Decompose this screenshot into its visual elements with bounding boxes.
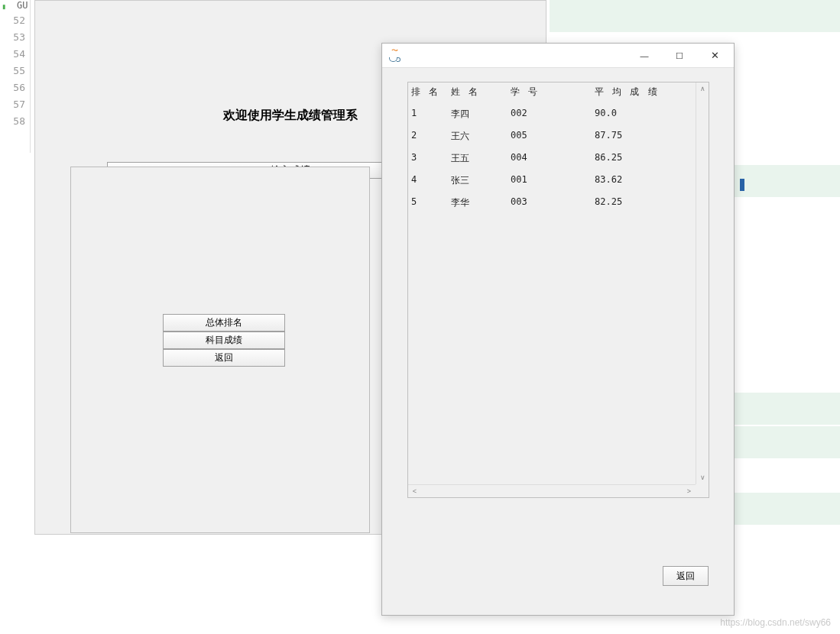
line-number: 56 — [0, 79, 25, 96]
cell-name: 张三 — [451, 174, 511, 187]
cell-id: 005 — [511, 130, 595, 143]
line-number: 55 — [0, 63, 25, 79]
vertical-scrollbar[interactable]: ∧ ∨ — [696, 82, 709, 484]
close-button[interactable]: ✕ — [697, 44, 732, 67]
line-number: 54 — [0, 46, 25, 63]
cell-id: 003 — [511, 196, 595, 209]
cell-avg: 87.75 — [595, 130, 689, 143]
header-avg: 平 均 成 绩 — [595, 86, 689, 99]
cell-rank: 3 — [411, 152, 451, 165]
java-icon: 〜 — [388, 47, 401, 64]
line-number: 58 — [0, 113, 25, 130]
cell-avg: 82.25 — [595, 196, 689, 209]
table-row: 4张三00183.62 — [408, 170, 696, 192]
cell-rank: 2 — [411, 130, 451, 143]
scroll-down-icon[interactable]: ∨ — [696, 471, 709, 484]
gutter-label: GU — [17, 0, 28, 11]
cell-id: 004 — [511, 152, 595, 165]
cell-name: 李华 — [451, 196, 511, 209]
line-number: 57 — [0, 96, 25, 113]
cell-rank: 4 — [411, 174, 451, 187]
header-name: 姓 名 — [451, 86, 511, 99]
run-gutter-icon: ▮ — [2, 2, 6, 11]
ranking-dialog: 〜 — ☐ ✕ 排 名 姓 名 学 号 平 均 成 绩 1李四00290.02王… — [381, 43, 735, 616]
line-number: 52 — [0, 12, 25, 29]
minimize-button[interactable]: — — [627, 44, 662, 67]
scroll-left-icon[interactable]: < — [408, 485, 421, 498]
table-row: 5李华00382.25 — [408, 192, 696, 214]
header-rank: 排 名 — [411, 86, 451, 99]
table-row: 1李四00290.0 — [408, 103, 696, 125]
edge-marker — [740, 179, 744, 191]
cell-avg: 83.62 — [595, 174, 689, 187]
scroll-corner — [696, 484, 709, 497]
scroll-pane: 排 名 姓 名 学 号 平 均 成 绩 1李四00290.02王六00587.7… — [407, 82, 709, 498]
back-button[interactable]: 返回 — [163, 349, 285, 367]
cell-rank: 1 — [411, 108, 451, 121]
horizontal-scrollbar[interactable]: < > — [408, 484, 696, 497]
dialog-back-button[interactable]: 返回 — [663, 566, 709, 586]
subject-grade-button[interactable]: 科目成绩 — [163, 332, 285, 349]
cell-name: 李四 — [451, 108, 511, 121]
cell-name: 王六 — [451, 130, 511, 143]
cell-name: 王五 — [451, 152, 511, 165]
header-id: 学 号 — [511, 86, 595, 99]
maximize-button[interactable]: ☐ — [662, 44, 697, 67]
menu-window: 总体排名 科目成绩 返回 — [70, 167, 370, 533]
table-row: 2王六00587.75 — [408, 125, 696, 147]
line-number: 53 — [0, 29, 25, 46]
cell-id: 001 — [511, 174, 595, 187]
ranking-table: 排 名 姓 名 学 号 平 均 成 绩 1李四00290.02王六00587.7… — [408, 82, 696, 484]
table-header: 排 名 姓 名 学 号 平 均 成 绩 — [408, 82, 696, 103]
editor-gutter: ▮ GU 52 53 54 55 56 57 58 — [0, 0, 31, 153]
table-row: 3王五00486.25 — [408, 147, 696, 170]
cell-avg: 90.0 — [595, 108, 689, 121]
dialog-titlebar[interactable]: 〜 — ☐ ✕ — [382, 44, 734, 68]
scroll-right-icon[interactable]: > — [683, 485, 696, 498]
watermark: https://blog.csdn.net/swy66 — [720, 617, 831, 628]
cell-avg: 86.25 — [595, 152, 689, 165]
cell-rank: 5 — [411, 196, 451, 209]
overall-ranking-button[interactable]: 总体排名 — [163, 314, 285, 332]
scroll-up-icon[interactable]: ∧ — [696, 82, 709, 95]
cell-id: 002 — [511, 108, 595, 121]
